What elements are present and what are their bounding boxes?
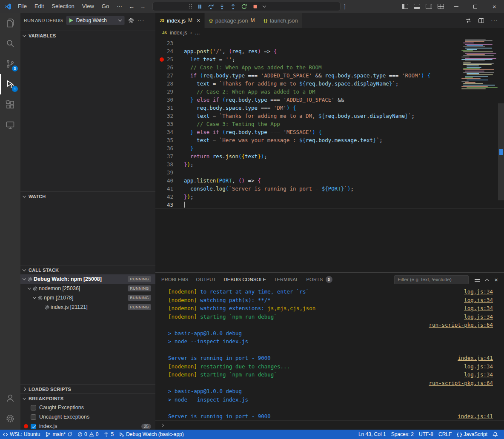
breadcrumb-file[interactable]: index.js: [170, 30, 187, 36]
code-line[interactable]: 39: [155, 168, 504, 177]
menu-file[interactable]: File: [14, 3, 31, 9]
console-filter-input[interactable]: [394, 275, 469, 284]
breakpoints-header[interactable]: BREAKPOINTS: [20, 393, 155, 403]
code-line[interactable]: 41 console.log(`Server is running in por…: [155, 185, 504, 193]
toggle-sidebar-icon[interactable]: [399, 0, 411, 13]
source-link[interactable]: log.js:34: [464, 296, 493, 305]
debug-gear-icon[interactable]: [128, 17, 135, 24]
close-tab-icon[interactable]: ×: [197, 17, 200, 24]
line-number-gutter[interactable]: 34: [155, 128, 184, 136]
toggle-secondary-sidebar-icon[interactable]: [423, 0, 435, 13]
code-line[interactable]: 43: [155, 201, 504, 209]
tab-package.json[interactable]: {}package.jsonM: [205, 13, 259, 28]
source-link[interactable]: log.js:34: [464, 304, 493, 313]
line-number-gutter[interactable]: 36: [155, 144, 184, 152]
call-stack-row[interactable]: Debug Watch: npm [25008]RUNNING: [20, 274, 155, 284]
filter-icon[interactable]: [475, 278, 480, 282]
debug-config-dropdown[interactable]: Debug Watch: [66, 16, 125, 25]
editor-more-actions-icon[interactable]: ···: [491, 17, 498, 24]
language-mode[interactable]: { } JavaScript: [454, 430, 490, 439]
source-control-icon[interactable]: 5: [0, 54, 20, 74]
step-into-icon[interactable]: [219, 3, 225, 10]
breadcrumb[interactable]: JS index.js › …: [155, 28, 504, 37]
maximize-button[interactable]: [466, 0, 485, 13]
git-branch-item[interactable]: main*: [43, 430, 75, 439]
close-panel-icon[interactable]: ×: [494, 276, 498, 283]
debug-console-input[interactable]: [155, 420, 504, 430]
start-debug-icon[interactable]: [69, 18, 73, 23]
source-link[interactable]: log.js:34: [464, 313, 493, 321]
code-line[interactable]: 25 let text = '';: [155, 55, 504, 63]
toolbar-gripper-icon[interactable]: [189, 4, 192, 9]
remote-explorer-icon[interactable]: [0, 115, 20, 135]
panel-tab-debug-console[interactable]: DEBUG CONSOLE: [224, 273, 266, 286]
call-stack-row[interactable]: nodemon [25036]RUNNING: [20, 284, 155, 293]
eol-sequence[interactable]: CRLF: [436, 430, 454, 439]
pause-icon[interactable]: [197, 3, 203, 10]
maximize-panel-icon[interactable]: [485, 279, 489, 282]
source-link[interactable]: index.js:41: [458, 412, 493, 421]
line-number-gutter[interactable]: 29: [155, 88, 184, 96]
call-stack-row[interactable]: index.js [21121]RUNNING: [20, 302, 155, 312]
split-editor-icon[interactable]: [478, 18, 484, 23]
menu-edit[interactable]: Edit: [31, 3, 48, 9]
call-stack-row[interactable]: npm [21078]RUNNING: [20, 293, 155, 302]
panel-tab-ports[interactable]: PORTS5: [306, 273, 332, 286]
tab-launch.json[interactable]: {}launch.json: [259, 13, 302, 28]
panel-tab-output[interactable]: OUTPUT: [196, 273, 216, 286]
encoding[interactable]: UTF-8: [416, 430, 436, 439]
code-editor[interactable]: 2324app.post('/', (req, res) => {25 let …: [155, 37, 504, 272]
menu-go[interactable]: Go: [98, 3, 113, 9]
source-link[interactable]: run-script-pkg.js:64: [429, 379, 493, 388]
debug-status-item[interactable]: Debug Watch (basic-app): [116, 430, 186, 439]
minimize-button[interactable]: [447, 0, 466, 13]
customize-layout-icon[interactable]: [435, 0, 447, 13]
settings-gear-icon[interactable]: [0, 408, 20, 429]
line-number-gutter[interactable]: 39: [155, 168, 184, 177]
breadcrumb-symbol[interactable]: …: [195, 30, 200, 36]
notifications-bell-icon[interactable]: [490, 430, 501, 439]
source-link[interactable]: log.js:34: [464, 362, 493, 371]
call-stack-header[interactable]: CALL STACK: [20, 265, 155, 274]
code-line[interactable]: 24app.post('/', (req, res) => {: [155, 47, 504, 55]
go-back-icon[interactable]: ←: [126, 3, 137, 10]
code-line[interactable]: 23: [155, 39, 504, 47]
line-number-gutter[interactable]: 40: [155, 177, 184, 185]
restart-icon[interactable]: [241, 3, 247, 10]
remote-indicator[interactable]: WSL: Ubuntu: [0, 430, 43, 439]
line-number-gutter[interactable]: 31: [155, 104, 184, 112]
watch-header[interactable]: WATCH: [20, 191, 155, 201]
code-line[interactable]: 37 return res.json({text});: [155, 152, 504, 160]
indentation[interactable]: Spaces: 2: [389, 430, 416, 439]
line-number-gutter[interactable]: 25: [155, 55, 184, 63]
line-number-gutter[interactable]: 38: [155, 160, 184, 168]
minimap[interactable]: [461, 39, 498, 90]
code-line[interactable]: 30 } else if (req.body.type === 'ADDED_T…: [155, 96, 504, 104]
line-number-gutter[interactable]: 28: [155, 80, 184, 88]
line-number-gutter[interactable]: 41: [155, 185, 184, 193]
close-button[interactable]: ×: [485, 0, 504, 13]
line-number-gutter[interactable]: 42: [155, 193, 184, 201]
code-line[interactable]: 42});: [155, 193, 504, 201]
search-icon[interactable]: [0, 33, 20, 54]
source-link[interactable]: log.js:34: [464, 288, 493, 296]
tab-index.js[interactable]: JSindex.jsM×: [155, 13, 205, 28]
breakpoint-row[interactable]: Uncaught Exceptions: [20, 412, 155, 422]
step-out-icon[interactable]: [230, 3, 236, 10]
stop-icon[interactable]: [252, 3, 258, 10]
ports-item[interactable]: 5: [101, 430, 116, 439]
loaded-scripts-header[interactable]: LOADED SCRIPTS: [20, 384, 155, 393]
code-line[interactable]: 28 text = `Thanks for adding me to ${req…: [155, 80, 504, 88]
command-center[interactable]: [152, 2, 341, 11]
open-changes-icon[interactable]: [465, 17, 472, 24]
code-line[interactable]: 35 text = `Here was your message : ${req…: [155, 136, 504, 144]
code-line[interactable]: 33 // Case 3: Texting the App: [155, 120, 504, 128]
code-line[interactable]: 36 }: [155, 144, 504, 152]
line-number-gutter[interactable]: 37: [155, 152, 184, 160]
breakpoint-row[interactable]: index.js25: [20, 422, 155, 430]
stop-dropdown-chevron-icon[interactable]: [263, 4, 266, 7]
cursor-position[interactable]: Ln 43, Col 1: [356, 430, 389, 439]
line-number-gutter[interactable]: 24: [155, 47, 184, 55]
source-link[interactable]: index.js:41: [458, 354, 493, 362]
code-line[interactable]: 32 text = `Thanks for adding me to a DM,…: [155, 112, 504, 120]
